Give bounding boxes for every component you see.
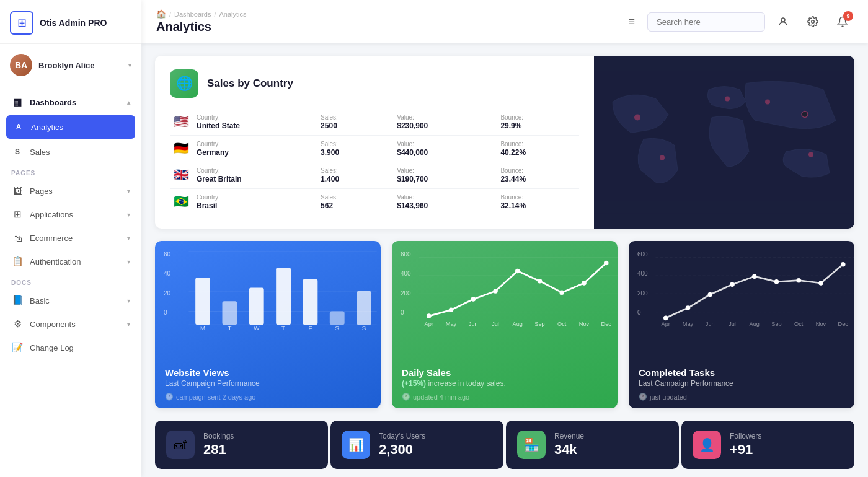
stat-value: 34k bbox=[554, 442, 668, 458]
breadcrumb: 🏠 / Dashboards / Analytics Analytics bbox=[156, 9, 621, 34]
bounce-label: Bounce: bbox=[500, 114, 575, 121]
line-chart-dark-svg: Apr May Jun Jul Aug Sep Oct Nov Dec bbox=[652, 251, 854, 331]
world-map-panel bbox=[594, 56, 854, 229]
settings-icon-button[interactable] bbox=[802, 11, 823, 32]
sidebar-item-label: Authentication bbox=[30, 257, 121, 266]
svg-text:Aug: Aug bbox=[513, 321, 523, 327]
svg-text:S: S bbox=[335, 325, 339, 331]
svg-text:T: T bbox=[281, 325, 285, 331]
applications-icon: ⊞ bbox=[11, 208, 24, 221]
chart-subtitle: Last Campaign Performance bbox=[165, 379, 371, 388]
bounce-label: Bounce: bbox=[500, 194, 575, 201]
country-value: Brasil bbox=[197, 201, 304, 210]
svg-text:Jun: Jun bbox=[469, 321, 478, 327]
content-area: 🌐 Sales by Country 🇺🇸 Country: United St… bbox=[141, 43, 868, 477]
value-value: $230,900 bbox=[397, 121, 484, 130]
completed-tasks-info: Completed Tasks Last Campaign Performanc… bbox=[629, 359, 854, 408]
home-icon: 🏠 bbox=[156, 9, 166, 19]
sidebar-item-components[interactable]: ⚙ Components ▾ bbox=[0, 312, 141, 336]
bounce-value: 32.14% bbox=[500, 201, 575, 210]
stat-card-bookings: 🛋 Bookings 281 bbox=[155, 421, 328, 469]
menu-icon[interactable]: ≡ bbox=[628, 15, 635, 28]
sales-value: 1.400 bbox=[321, 175, 381, 183]
notifications-icon-button[interactable]: 9 bbox=[832, 11, 853, 32]
sidebar-item-changelog[interactable]: 📝 Change Log bbox=[0, 336, 141, 359]
app-name: Otis Admin PRO bbox=[40, 18, 107, 28]
value-label: Value: bbox=[397, 167, 484, 174]
svg-point-56 bbox=[707, 292, 712, 297]
svg-text:Jun: Jun bbox=[706, 321, 715, 327]
section-label-pages: PAGES bbox=[0, 164, 141, 179]
stat-info-users: Today's Users 2,300 bbox=[379, 432, 492, 458]
line-chart-svg: Apr May Jun Jul Aug Sep Oct Nov Dec bbox=[415, 251, 618, 331]
search-input[interactable] bbox=[647, 12, 765, 32]
chart-time: 🕐 updated 4 min ago bbox=[402, 393, 608, 401]
chart-title: Daily Sales bbox=[402, 367, 608, 378]
daily-sales-info: Daily Sales (+15%) increase in today sal… bbox=[392, 359, 618, 408]
stat-card-followers: 👤 Followers +91 bbox=[681, 421, 854, 469]
sales-label: Sales: bbox=[321, 194, 381, 201]
dashboards-icon: ▦ bbox=[11, 96, 24, 108]
flag-us: 🇺🇸 bbox=[174, 115, 189, 128]
bar-chart-svg: M T W T F S S bbox=[179, 251, 381, 331]
line-chart-dark-container: 600 400 200 0 bbox=[629, 241, 854, 359]
svg-rect-14 bbox=[195, 278, 210, 325]
logo-area: ⊞ Otis Admin PRO bbox=[0, 0, 141, 44]
main-area: 🏠 / Dashboards / Analytics Analytics ≡ 9 bbox=[141, 0, 868, 477]
sales-label: Sales: bbox=[321, 141, 381, 147]
svg-text:Aug: Aug bbox=[750, 321, 760, 327]
sales-initial: S bbox=[11, 146, 24, 158]
stat-value: 2,300 bbox=[379, 442, 492, 458]
user-profile[interactable]: BA Brooklyn Alice ▾ bbox=[0, 44, 141, 84]
sales-country-table: 🌐 Sales by Country 🇺🇸 Country: United St… bbox=[155, 56, 594, 229]
followers-icon-box: 👤 bbox=[693, 431, 721, 459]
bookings-icon-box: 🛋 bbox=[166, 431, 195, 459]
card-title: Sales by Country bbox=[207, 77, 293, 90]
svg-rect-17 bbox=[276, 268, 291, 325]
clock-icon: 🕐 bbox=[165, 393, 174, 401]
section-label-docs: DOCS bbox=[0, 273, 141, 289]
stat-info-revenue: Revenue 34k bbox=[554, 432, 668, 458]
y-label: 200 bbox=[401, 290, 411, 297]
svg-point-61 bbox=[818, 281, 823, 286]
world-map-svg bbox=[594, 56, 854, 229]
changelog-icon: 📝 bbox=[11, 341, 24, 354]
sidebar-item-applications[interactable]: ⊞ Applications ▾ bbox=[0, 203, 141, 226]
sidebar-item-label: Dashboards bbox=[30, 98, 121, 107]
charts-row: 60 40 20 0 bbox=[155, 241, 854, 408]
y-label: 0 bbox=[164, 309, 170, 316]
chart-title: Completed Tasks bbox=[639, 367, 844, 378]
chevron-down-icon: ▾ bbox=[127, 235, 130, 242]
svg-point-3 bbox=[634, 115, 640, 121]
sidebar-item-pages[interactable]: 🖼 Pages ▾ bbox=[0, 179, 141, 203]
svg-text:Nov: Nov bbox=[816, 321, 826, 327]
y-axis-labels: 600 400 200 0 bbox=[401, 251, 411, 316]
sidebar: ⊞ Otis Admin PRO BA Brooklyn Alice ▾ ▦ D… bbox=[0, 0, 141, 477]
svg-text:Sep: Sep bbox=[534, 321, 544, 327]
svg-point-55 bbox=[686, 305, 691, 310]
y-label: 600 bbox=[637, 251, 648, 258]
svg-text:Sep: Sep bbox=[771, 321, 781, 327]
time-text: just updated bbox=[650, 393, 687, 401]
sales-label: Sales: bbox=[321, 167, 381, 174]
sidebar-item-dashboards[interactable]: ▦ Dashboards ▴ bbox=[0, 90, 141, 114]
svg-point-54 bbox=[663, 316, 668, 321]
sidebar-item-analytics[interactable]: A Analytics bbox=[6, 115, 135, 139]
user-icon-button[interactable] bbox=[773, 11, 794, 32]
stat-card-revenue: 🏪 Revenue 34k bbox=[506, 421, 679, 469]
y-label: 400 bbox=[401, 270, 411, 277]
svg-point-57 bbox=[730, 282, 735, 287]
svg-point-36 bbox=[515, 269, 520, 274]
chevron-down-icon: ▾ bbox=[128, 62, 131, 69]
svg-rect-16 bbox=[249, 288, 264, 325]
website-views-info: Website Views Last Campaign Performance … bbox=[155, 359, 381, 408]
sidebar-item-ecommerce[interactable]: 🛍 Ecommerce ▾ bbox=[0, 226, 141, 250]
bounce-label: Bounce: bbox=[500, 167, 575, 174]
sidebar-item-sales[interactable]: S Sales bbox=[0, 140, 141, 164]
svg-point-33 bbox=[449, 308, 454, 313]
sidebar-item-authentication[interactable]: 📋 Authentication ▾ bbox=[0, 250, 141, 273]
sidebar-item-basic[interactable]: 📘 Basic ▾ bbox=[0, 289, 141, 312]
sales-label: Sales: bbox=[321, 114, 381, 121]
logo-icon: ⊞ bbox=[10, 11, 33, 35]
svg-rect-18 bbox=[303, 279, 318, 325]
